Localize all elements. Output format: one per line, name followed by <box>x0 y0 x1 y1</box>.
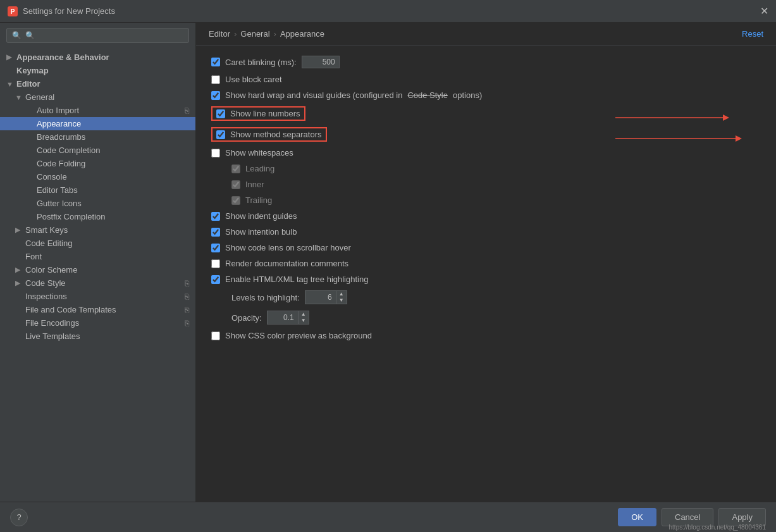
inner-checkbox[interactable] <box>231 180 240 189</box>
spinner-down[interactable]: ▼ <box>336 297 347 304</box>
sidebar-item-color-scheme[interactable]: ▶ Color Scheme <box>0 263 195 276</box>
arrow-spacer <box>27 147 35 154</box>
enable-html-xml-checkbox[interactable] <box>211 275 220 284</box>
sidebar-item-label: Keymap <box>16 66 189 75</box>
svg-marker-5 <box>736 135 742 142</box>
sidebar-item-label: Editor <box>16 79 189 89</box>
show-whitespaces-label[interactable]: Show whitespaces <box>225 148 293 158</box>
arrow-icon: ▼ <box>15 94 24 101</box>
trailing-label: Trailing <box>245 195 272 205</box>
sidebar-item-gutter-icons[interactable]: Gutter Icons <box>0 197 195 210</box>
sidebar-item-console[interactable]: Console <box>0 170 195 183</box>
show-method-separators-label[interactable]: Show method separators <box>230 130 322 139</box>
sidebar-item-auto-import[interactable]: Auto Import ⎘ <box>0 104 195 117</box>
sidebar-item-live-templates[interactable]: Live Templates <box>0 330 195 343</box>
sidebar-item-code-folding[interactable]: Code Folding <box>0 157 195 170</box>
spinner-down2[interactable]: ▼ <box>299 318 309 324</box>
sidebar-item-appearance[interactable]: Appearance <box>0 117 195 130</box>
sidebar-item-code-editing[interactable]: Code Editing <box>0 237 195 250</box>
bottom-bar: ? OK Cancel Apply https://blog.csdn.net/… <box>0 502 776 532</box>
sidebar-item-code-style[interactable]: ▶ Code Style ⎘ <box>0 276 195 290</box>
copy-icon: ⎘ <box>185 279 189 288</box>
sidebar-item-file-code-templates[interactable]: File and Code Templates ⎘ <box>0 303 195 316</box>
arrow-icon: ▼ <box>6 80 15 88</box>
spinner-up2[interactable]: ▲ <box>299 311 309 318</box>
show-intention-bulb-label[interactable]: Show intention bulb <box>225 227 297 237</box>
leading-checkbox[interactable] <box>231 164 240 173</box>
arrow-spacer <box>27 173 35 181</box>
arrow-spacer <box>27 200 35 207</box>
sidebar-item-editor-tabs[interactable]: Editor Tabs <box>0 183 195 197</box>
spinner-buttons: ▲ ▼ <box>336 291 347 304</box>
levels-highlight-spinner[interactable]: ▲ ▼ <box>305 290 347 304</box>
opacity-input[interactable] <box>268 312 298 323</box>
option-inner: Inner <box>211 180 761 189</box>
sidebar-item-inspections[interactable]: Inspections ⎘ <box>0 290 195 303</box>
use-block-caret-checkbox[interactable] <box>211 75 220 84</box>
option-show-method-separators: Show method separators 方法分割符 <box>211 127 761 142</box>
sidebar-item-breadcrumbs[interactable]: Breadcrumbs <box>0 130 195 144</box>
search-input[interactable] <box>25 31 183 40</box>
option-show-css-color: Show CSS color preview as background <box>211 331 761 340</box>
sidebar-item-general[interactable]: ▼ General <box>0 90 195 104</box>
sidebar-item-label: Live Templates <box>25 331 189 341</box>
opacity-spinner[interactable]: ▲ ▼ <box>267 311 309 325</box>
option-leading: Leading <box>211 164 761 173</box>
render-doc-comments-label[interactable]: Render documentation comments <box>225 259 348 268</box>
show-whitespaces-checkbox[interactable] <box>211 149 220 158</box>
svg-marker-3 <box>723 114 729 121</box>
show-indent-guides-label[interactable]: Show indent guides <box>225 211 297 221</box>
sidebar-item-postfix-completion[interactable]: Postfix Completion <box>0 210 195 223</box>
arrow-spacer <box>27 187 35 194</box>
sidebar-item-label: Inspections <box>25 292 185 301</box>
show-hard-wrap-checkbox[interactable] <box>211 91 220 100</box>
show-line-numbers-checkbox[interactable] <box>216 109 225 118</box>
option-caret-blinking: Caret blinking (ms): <box>211 56 761 68</box>
help-button[interactable]: ? <box>10 509 28 526</box>
sidebar-item-label: Console <box>37 172 189 182</box>
caret-blinking-label[interactable]: Caret blinking (ms): <box>225 58 297 67</box>
sidebar-item-code-completion[interactable]: Code Completion <box>0 144 195 157</box>
show-intention-bulb-checkbox[interactable] <box>211 228 220 237</box>
sidebar-item-editor[interactable]: ▼ Editor <box>0 77 195 90</box>
spinner-up[interactable]: ▲ <box>336 291 347 297</box>
sidebar-item-keymap[interactable]: Keymap <box>0 64 195 77</box>
show-hard-wrap-label[interactable]: Show hard wrap and visual guides (config… <box>225 90 482 100</box>
reset-button[interactable]: Reset <box>742 29 763 39</box>
enable-html-xml-label[interactable]: Enable HTML/XML tag tree highlighting <box>225 275 368 284</box>
sidebar-item-appearance-behavior[interactable]: ▶ Appearance & Behavior <box>0 51 195 64</box>
levels-highlight-input[interactable] <box>305 292 336 303</box>
show-indent-guides-checkbox[interactable] <box>211 212 220 221</box>
close-button[interactable]: ✕ <box>760 5 768 17</box>
sidebar-item-smart-keys[interactable]: ▶ Smart Keys <box>0 223 195 237</box>
caret-blinking-checkbox[interactable] <box>211 58 220 66</box>
show-code-lens-checkbox[interactable] <box>211 244 220 252</box>
sidebar-item-label: Code Folding <box>37 159 189 168</box>
breadcrumb: Editor › General › Appearance <box>209 29 324 39</box>
show-css-color-checkbox[interactable] <box>211 331 220 340</box>
ok-button[interactable]: OK <box>618 508 656 526</box>
arrow-spacer <box>15 333 24 340</box>
option-render-doc-comments: Render documentation comments <box>211 259 761 268</box>
sidebar-item-label: Smart Keys <box>25 225 189 235</box>
show-method-separators-checkbox[interactable] <box>216 130 225 139</box>
option-show-code-lens: Show code lens on scrollbar hover <box>211 243 761 252</box>
render-doc-comments-checkbox[interactable] <box>211 259 220 268</box>
sidebar: 🔍 ▶ Appearance & Behavior Keymap ▼ Edito… <box>0 23 196 502</box>
sidebar-item-file-encodings[interactable]: File Encodings ⎘ <box>0 316 195 330</box>
panel-body: Caret blinking (ms): Use block caret Sho… <box>196 46 776 502</box>
show-line-numbers-label[interactable]: Show line numbers <box>230 109 300 118</box>
sidebar-item-font[interactable]: Font <box>0 250 195 263</box>
use-block-caret-label[interactable]: Use block caret <box>225 75 282 84</box>
copy-icon: ⎘ <box>185 106 189 115</box>
arrow-spacer <box>6 67 15 75</box>
sidebar-item-label: Appearance <box>37 119 189 128</box>
search-box[interactable]: 🔍 <box>6 28 189 43</box>
option-opacity: Opacity: ▲ ▼ <box>211 311 761 325</box>
show-code-lens-label[interactable]: Show code lens on scrollbar hover <box>225 243 351 252</box>
show-css-color-label[interactable]: Show CSS color preview as background <box>225 331 372 340</box>
show-line-numbers-highlight: Show line numbers <box>211 106 305 121</box>
search-icon: 🔍 <box>12 31 22 40</box>
caret-blinking-input[interactable] <box>302 56 340 68</box>
trailing-checkbox[interactable] <box>231 196 240 205</box>
